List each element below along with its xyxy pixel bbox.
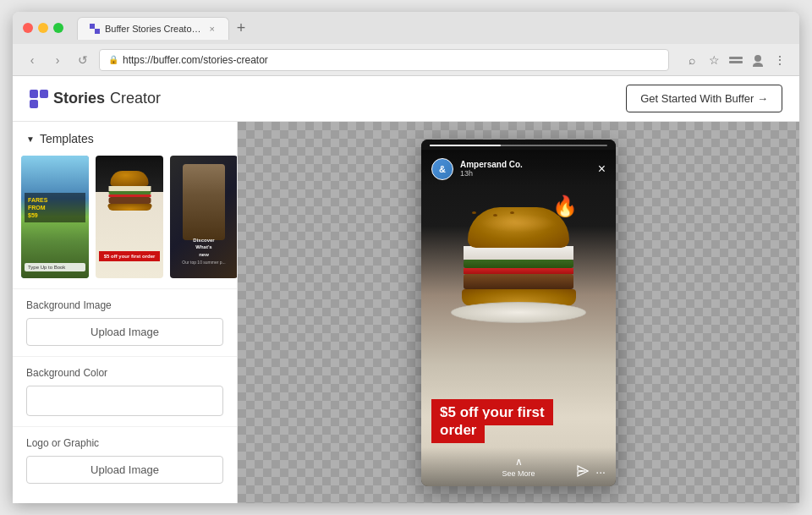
browser-addressbar: ‹ › ↺ 🔒 https://buffer.com/stories-creat… <box>13 44 799 76</box>
background-color-picker[interactable] <box>26 386 223 416</box>
svg-rect-1 <box>95 29 100 34</box>
story-footer: ∧ See More ··· <box>421 447 616 486</box>
svg-point-4 <box>754 55 761 62</box>
svg-rect-6 <box>30 90 38 98</box>
see-more-label: See More <box>502 469 535 478</box>
story-preview: & Ampersand Co. 13h × 🔥 $5 off your firs… <box>421 140 616 486</box>
url-text: https://buffer.com/stories-creator <box>123 54 268 66</box>
story-progress-bar <box>430 145 607 146</box>
chevron-down-icon: ▼ <box>26 134 35 144</box>
background-color-section: Background Color <box>13 356 237 426</box>
tab-title: Buffer Stories Creator - Quick... <box>105 24 202 34</box>
app-logo: Stories Creator <box>30 90 161 108</box>
story-user-info: Ampersand Co. 13h <box>460 160 591 178</box>
bookmark-icon[interactable]: ☆ <box>705 51 723 69</box>
tab-close-button[interactable]: × <box>207 23 217 35</box>
new-tab-button[interactable]: + <box>229 16 253 40</box>
story-header: & Ampersand Co. 13h × <box>421 150 616 187</box>
story-footer-icons: ··· <box>577 465 606 479</box>
logo-icon <box>30 90 48 108</box>
more-options-icon[interactable]: ⋮ <box>771 51 789 69</box>
buffer-icon[interactable] <box>727 51 745 69</box>
see-more-arrow-icon: ∧ <box>515 456 523 468</box>
svg-rect-3 <box>729 61 743 63</box>
bg-image-upload-button[interactable]: Upload Image <box>26 318 223 346</box>
reload-button[interactable]: ↺ <box>74 51 92 69</box>
svg-rect-8 <box>30 100 38 108</box>
templates-toggle[interactable]: ▼ Templates <box>13 122 237 156</box>
active-tab[interactable]: Buffer Stories Creator - Quick... × <box>77 17 229 40</box>
story-close-button[interactable]: × <box>598 162 606 177</box>
back-button[interactable]: ‹ <box>23 51 41 69</box>
bg-image-label: Background Image <box>26 299 223 311</box>
logo-creator-text: Creator <box>110 90 161 107</box>
security-lock-icon: 🔒 <box>108 55 118 64</box>
see-more-button[interactable]: ∧ See More <box>502 456 535 478</box>
story-promo-line2: order <box>431 417 485 443</box>
send-icon[interactable] <box>577 465 589 479</box>
address-bar[interactable]: 🔒 https://buffer.com/stories-creator <box>99 49 669 71</box>
svg-rect-0 <box>90 24 95 29</box>
sidebar: ▼ Templates FARESFROM$59 Type Up to Book <box>13 122 238 503</box>
template-item[interactable]: FARESFROM$59 Type Up to Book <box>21 156 89 278</box>
logo-upload-button[interactable]: Upload Image <box>26 456 223 484</box>
svg-rect-7 <box>40 90 48 98</box>
tab-favicon <box>90 23 100 35</box>
more-options-story-icon[interactable]: ··· <box>595 465 606 479</box>
story-progress-fill <box>430 145 501 146</box>
profile-icon[interactable] <box>749 51 767 69</box>
svg-point-5 <box>753 63 763 67</box>
story-promo-overlay: $5 off your first order <box>431 404 606 440</box>
template-item[interactable]: DiscoverWhat'snew Our top 10 summer p... <box>170 156 237 278</box>
story-avatar: & <box>431 158 453 180</box>
app-body: ▼ Templates FARESFROM$59 Type Up to Book <box>13 122 799 503</box>
browser-titlebar: Buffer Stories Creator - Quick... × + <box>13 12 799 44</box>
flame-emoji: 🔥 <box>552 194 578 218</box>
templates-label: Templates <box>40 132 94 145</box>
logo-graphic-label: Logo or Graphic <box>26 437 223 449</box>
app-container: Stories Creator Get Started With Buffer … <box>13 76 799 503</box>
templates-grid: FARESFROM$59 Type Up to Book <box>13 156 237 288</box>
browser-actions: ⌕ ☆ ⋮ <box>683 51 789 69</box>
forward-button[interactable]: › <box>48 51 67 69</box>
story-username: Ampersand Co. <box>460 160 591 169</box>
bg-color-label: Background Color <box>26 367 223 379</box>
logo-graphic-section: Logo or Graphic Upload Image <box>13 426 237 494</box>
background-image-section: Background Image Upload Image <box>13 288 237 356</box>
story-time: 13h <box>460 169 591 178</box>
app-header: Stories Creator Get Started With Buffer … <box>13 76 799 122</box>
maximize-traffic-light[interactable] <box>53 23 63 33</box>
tab-bar: Buffer Stories Creator - Quick... × + <box>77 16 789 40</box>
main-canvas: & Ampersand Co. 13h × 🔥 $5 off your firs… <box>238 122 799 503</box>
logo-stories-text: Stories <box>53 90 105 107</box>
minimize-traffic-light[interactable] <box>38 23 48 33</box>
browser-window: Buffer Stories Creator - Quick... × + ‹ … <box>13 12 799 503</box>
get-started-button[interactable]: Get Started With Buffer → <box>626 85 782 112</box>
template-item[interactable]: $5 off your first order <box>96 156 163 278</box>
search-icon[interactable]: ⌕ <box>683 51 701 69</box>
close-traffic-light[interactable] <box>23 23 33 33</box>
svg-rect-2 <box>729 57 743 59</box>
traffic-lights <box>23 23 63 33</box>
